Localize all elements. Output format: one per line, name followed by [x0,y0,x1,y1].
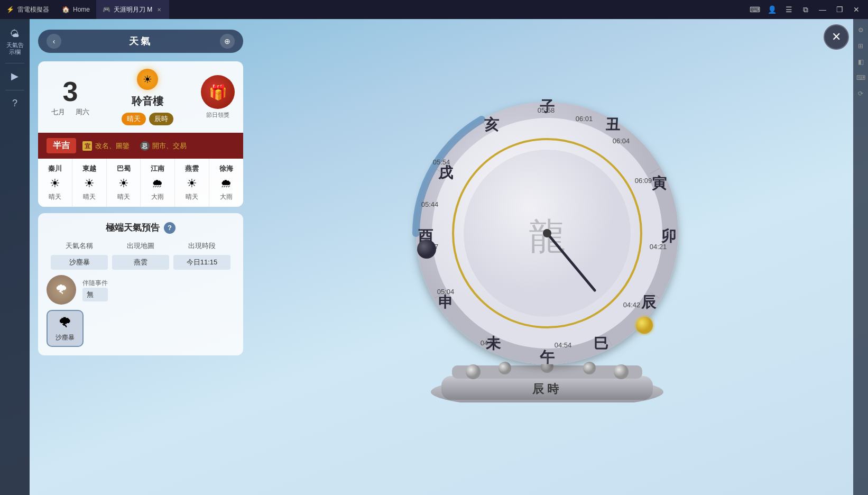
location-name: 聆音樓 [132,94,163,108]
svg-text:巳: 巳 [594,335,608,352]
svg-text:卯: 卯 [661,228,676,244]
cell-time-value: 今日11:15 [173,255,230,270]
control-minimize[interactable]: — [815,2,830,17]
sidebar-item-help[interactable]: ? [2,94,27,114]
region-dongyue[interactable]: 東越 ☀ 晴天 [72,159,107,207]
region-name-2: 巴蜀 [117,164,131,173]
weather-card-top: 3 七月 周六 ☀ 聆音樓 晴天 辰時 [38,61,243,133]
sidebar-right-item-1[interactable]: ⚙ [855,24,866,36]
accompany-label: 伴隨事件 [82,279,108,288]
ji-icon: 忌 [140,141,150,151]
col-time: 出現時段 [173,241,230,251]
clock-container: 辰時 龍 06:01 06:04 06:09 [399,85,706,429]
sandstorm-selected-label: 沙塵暴 [56,333,75,342]
control-account[interactable]: 👤 [764,2,779,17]
right-panel: 辰時 龍 06:01 06:04 06:09 [252,19,853,495]
ji-items: 開市、交易 [152,142,187,150]
sidebar-weather-label: 天氣告示欄 [4,42,25,56]
sidebar-separator-2 [5,90,24,90]
svg-point-6 [583,362,596,374]
sidebar-item-arrow[interactable]: ▶ [2,67,27,87]
region-jiangnan[interactable]: 江南 🌧 大雨 [141,159,175,207]
sandstorm-selected-item[interactable]: 🌪 沙塵暴 [47,310,84,347]
extreme-detail: 伴隨事件 無 [82,279,108,301]
region-name-4: 燕雲 [185,164,199,173]
region-weather-3: 大雨 [151,192,164,201]
svg-text:04:54: 04:54 [555,341,572,349]
svg-text:申: 申 [438,294,453,310]
cell-name: 沙塵暴 [51,255,108,270]
time-tag: 辰時 [149,113,173,125]
close-button[interactable]: ✕ [824,24,849,50]
svg-text:05:44: 05:44 [421,200,439,208]
svg-point-4 [498,362,511,374]
region-name-0: 秦川 [48,164,62,173]
festival-icon: 🎁 [201,75,235,109]
app-name: 雷電模擬器 [17,5,49,14]
control-menu[interactable]: ☰ [781,2,796,17]
svg-text:06:04: 06:04 [613,137,630,145]
day-number: 3 [63,78,78,105]
region-icon-5: 🌧 [220,177,232,190]
game-tab-icon: 🎮 [103,6,110,13]
extreme-icon-row: 🌪 伴隨事件 無 [47,275,108,305]
date-sub: 七月 周六 [51,107,89,117]
control-restore[interactable]: ❐ [832,2,847,17]
svg-text:丑: 丑 [605,116,620,133]
extreme-weather-card: 極端天氣預告 ? 天氣名稱 出現地圖 出現時段 沙塵暴 燕雲 今日11:15 [38,213,243,355]
sidebar-right-item-4[interactable]: ⌨ [855,72,866,84]
tab-home[interactable]: 🏠 Home [56,0,96,19]
fortune-yi: 宜 改名、圖鑒 忌 開市、交易 [82,141,187,151]
svg-text:亥: 亥 [484,116,500,133]
svg-text:戌: 戌 [438,164,454,181]
region-icon-2: ☀ [118,177,129,190]
yi-items: 改名、圖鑒 [95,142,130,150]
arrow-right-icon: ▶ [11,71,19,82]
accompany-section: 伴隨事件 無 [82,279,108,301]
region-icon-0: ☀ [50,177,60,190]
region-yanyun[interactable]: 燕雲 ☀ 晴天 [175,159,209,207]
region-bashu[interactable]: 巴蜀 ☀ 晴天 [107,159,141,207]
window-controls: ⌨ 👤 ☰ ⧉ — ❐ ✕ [747,2,868,17]
accompany-value: 無 [82,288,108,301]
svg-text:未: 未 [485,335,501,352]
extreme-title-bar: 極端天氣預告 ? [47,222,235,234]
extreme-icon-area: 🌪 伴隨事件 無 🌪 沙塵暴 [47,275,235,347]
sandstorm-selected-icon: 🌪 [58,315,72,331]
col-map: 出現地圖 [112,241,169,251]
col-name: 天氣名稱 [51,241,108,251]
svg-point-3 [466,364,481,379]
home-icon: 🏠 [62,6,70,13]
control-close[interactable]: ✕ [849,2,864,17]
region-xuhai[interactable]: 徐海 🌧 大雨 [209,159,243,207]
region-name-1: 東越 [82,164,96,173]
title-bar: ⚡ 雷電模擬器 🏠 Home 🎮 天涯明月刀 M ✕ ⌨ 👤 ☰ ⧉ — ❐ ✕ [0,0,868,19]
control-keyboard[interactable]: ⌨ [747,2,762,17]
tab-close-button[interactable]: ✕ [155,6,163,13]
fortune-bar: 半吉 宜 改名、圖鑒 忌 開市、交易 [38,133,243,159]
svg-text:06:01: 06:01 [576,115,593,123]
svg-text:04:42: 04:42 [623,301,641,309]
yi-icon: 宜 [82,141,92,151]
region-qinchuan[interactable]: 秦川 ☀ 晴天 [38,159,72,207]
weather-card: 3 七月 周六 ☀ 聆音樓 晴天 辰時 [38,61,243,207]
back-button[interactable]: ‹ [47,34,61,49]
sidebar-right-item-2[interactable]: ⊞ [855,40,866,52]
extreme-help-button[interactable]: ? [164,222,176,234]
svg-point-7 [614,364,629,379]
weekday-label: 周六 [76,108,89,116]
extreme-table-row: 沙塵暴 燕雲 今日11:15 [47,255,235,270]
region-weather-4: 晴天 [186,192,198,201]
sandstorm-preview-icon: 🌪 [47,275,76,305]
sidebar-item-weather[interactable]: 🌤 天氣告示欄 [2,24,27,60]
tab-game[interactable]: 🎮 天涯明月刀 M ✕ [96,0,169,19]
festival-button[interactable]: 🎁 節日領獎 [201,75,235,119]
sidebar-right-item-5[interactable]: ⟳ [855,88,866,99]
settings-button[interactable]: ⊕ [220,34,235,49]
tab-app[interactable]: ⚡ 雷電模擬器 [0,0,56,19]
control-expand[interactable]: ⧉ [798,2,813,17]
sidebar-separator [5,63,24,63]
sidebar-right-item-3[interactable]: ◧ [855,56,866,68]
region-icon-1: ☀ [84,177,95,190]
region-weather-2: 晴天 [117,192,130,201]
